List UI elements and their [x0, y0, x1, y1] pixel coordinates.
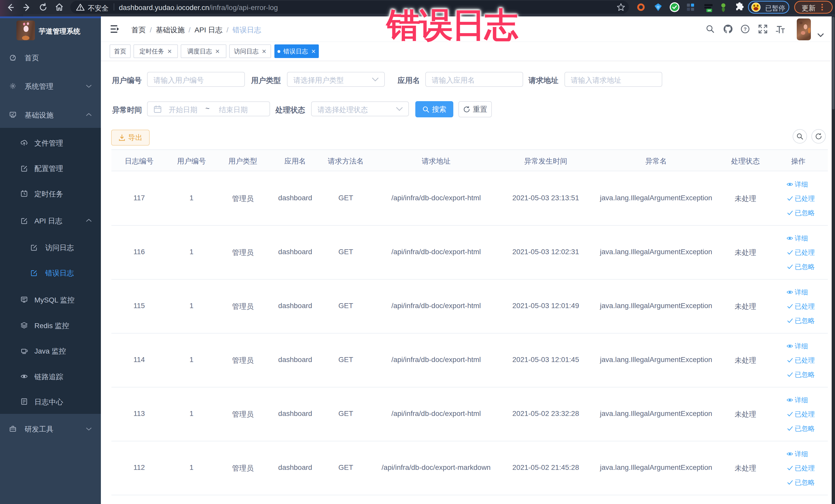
- svg-text:?: ?: [744, 26, 747, 32]
- svg-text:on: on: [708, 9, 711, 12]
